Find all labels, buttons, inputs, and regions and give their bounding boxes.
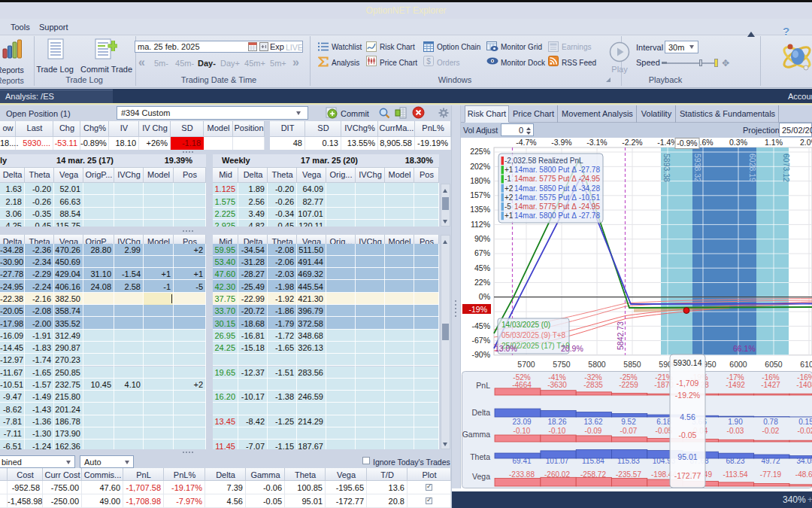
svg-text:-48.60: -48.60 <box>795 470 812 479</box>
svg-text:-1492: -1492 <box>726 381 745 389</box>
svg-text:5850: 5850 <box>623 360 641 369</box>
svg-text:67%: 67% <box>474 248 490 257</box>
svg-text:-113.54: -113.54 <box>723 470 748 479</box>
svg-text:-1427: -1427 <box>761 381 780 389</box>
svg-text:22%: 22% <box>474 278 490 287</box>
svg-text:34.05: 34.05 <box>796 457 812 465</box>
svg-text:2.0%: 2.0% <box>800 138 812 147</box>
svg-text:-0.9%: -0.9% <box>677 138 697 148</box>
svg-text:20.9%: 20.9% <box>561 344 583 353</box>
svg-text:-2.2%: -2.2% <box>622 138 642 147</box>
svg-text:-3630: -3630 <box>547 381 567 389</box>
svg-text:-235.57: -235.57 <box>616 470 641 479</box>
svg-text:5800: 5800 <box>588 360 606 369</box>
svg-text:-19.2%: -19.2% <box>675 391 700 400</box>
svg-text:-34.28: -34.28 <box>579 184 601 193</box>
svg-text:-3.1%: -3.1% <box>586 138 607 147</box>
svg-text:95.01: 95.01 <box>677 452 697 461</box>
svg-text:Delta: Delta <box>471 408 490 417</box>
svg-text:69.41: 69.41 <box>512 457 531 465</box>
svg-text:101.07: 101.07 <box>546 457 569 465</box>
svg-text:0%: 0% <box>479 292 490 301</box>
svg-text:-0.05: -0.05 <box>679 430 697 440</box>
svg-text:-3.9%: -3.9% <box>551 138 571 147</box>
svg-text:-0.10: -0.10 <box>514 427 531 435</box>
svg-text:5750: 5750 <box>553 360 571 369</box>
svg-text:0.78: 0.78 <box>763 418 778 426</box>
svg-text:45%: 45% <box>474 263 490 272</box>
svg-text:+2: +2 <box>504 193 514 202</box>
svg-text:-233.88: -233.88 <box>509 470 535 479</box>
svg-text:157%: 157% <box>470 190 490 199</box>
svg-text:-0.09: -0.09 <box>585 427 602 435</box>
svg-text:Theta: Theta <box>470 452 490 461</box>
svg-text:135%: 135% <box>470 205 490 214</box>
svg-text:-172.77: -172.77 <box>674 471 701 480</box>
svg-text:5930.14: 5930.14 <box>674 358 702 367</box>
svg-text:14/03/2025 (0): 14/03/2025 (0) <box>501 321 550 329</box>
svg-text:18.26: 18.26 <box>547 418 566 426</box>
svg-text:5893.38: 5893.38 <box>662 154 671 182</box>
svg-text:-0.10: -0.10 <box>549 427 566 435</box>
svg-text:-2259: -2259 <box>619 381 638 389</box>
svg-text:-0.07: -0.07 <box>620 427 638 435</box>
svg-text:14mar. 5850 Put Δ: 14mar. 5850 Put Δ <box>514 184 577 193</box>
svg-text:-90%: -90% <box>471 350 490 359</box>
svg-text:14mar. 5775 Put Δ: 14mar. 5775 Put Δ <box>514 175 577 183</box>
svg-text:+1: +1 <box>504 166 514 174</box>
svg-text:-4.7%: -4.7% <box>516 138 536 147</box>
svg-text:-0.03: -0.03 <box>727 427 744 435</box>
svg-text:0.15: 0.15 <box>798 418 812 426</box>
svg-text:-67%: -67% <box>471 336 490 345</box>
svg-text:14mar. 5575 Put Δ: 14mar. 5575 Put Δ <box>514 193 577 202</box>
svg-text:66.1%: 66.1% <box>733 344 756 353</box>
svg-text:-1,709: -1,709 <box>677 379 699 388</box>
svg-text:05/03/2025 (9) T+8: 05/03/2025 (9) T+8 <box>501 331 566 339</box>
svg-text:14mar. 5800 Put Δ: 14mar. 5800 Put Δ <box>514 166 577 174</box>
svg-text:13.0%: 13.0% <box>495 344 517 353</box>
svg-text:-1: -1 <box>504 175 511 183</box>
svg-text:4.56: 4.56 <box>680 412 695 421</box>
svg-text:9.52: 9.52 <box>621 418 636 426</box>
svg-text:-27.78: -27.78 <box>579 211 601 220</box>
svg-text:6028.19: 6028.19 <box>748 154 757 182</box>
svg-text:0.3%: 0.3% <box>729 138 747 147</box>
svg-text:68.23: 68.23 <box>726 457 744 465</box>
svg-text:-27.78: -27.78 <box>579 166 601 174</box>
svg-text:49.72: 49.72 <box>761 457 780 465</box>
svg-text:6050: 6050 <box>765 360 783 369</box>
svg-text:-24.95: -24.95 <box>579 175 601 183</box>
svg-text:5842.73: 5842.73 <box>616 321 625 350</box>
svg-text:Vega: Vega <box>472 472 490 481</box>
svg-text:-2835: -2835 <box>583 381 603 389</box>
svg-text:+1: +1 <box>504 211 514 220</box>
svg-text:PnL: PnL <box>476 381 490 390</box>
svg-text:1.1%: 1.1% <box>765 138 783 147</box>
svg-text:-45%: -45% <box>471 321 490 330</box>
svg-text:Gamma: Gamma <box>462 430 491 439</box>
svg-text:-10.51: -10.51 <box>579 193 601 202</box>
svg-text:6100: 6100 <box>800 360 812 369</box>
svg-text:115.84: 115.84 <box>582 457 604 465</box>
svg-text:-0.02: -0.02 <box>798 427 812 435</box>
svg-text:6.18: 6.18 <box>656 418 671 426</box>
svg-text:90%: 90% <box>474 234 490 243</box>
svg-text:112%: 112% <box>471 220 490 229</box>
svg-text:$: $ <box>426 57 431 65</box>
svg-text:6000: 6000 <box>729 360 747 369</box>
svg-text:115.83: 115.83 <box>617 457 640 465</box>
svg-text:180%: 180% <box>470 176 490 185</box>
svg-text:-0.02: -0.02 <box>762 427 780 435</box>
svg-text:-5: -5 <box>504 202 511 211</box>
svg-text:6073.12: 6073.12 <box>782 154 791 182</box>
svg-text:-24.95: -24.95 <box>579 202 601 211</box>
svg-text:-4664: -4664 <box>512 381 532 389</box>
svg-text:14mar. 5800 Put Δ: 14mar. 5800 Put Δ <box>514 211 577 220</box>
svg-text:14mar. 5775 Put Δ: 14mar. 5775 Put Δ <box>514 202 577 211</box>
svg-text:+2: +2 <box>504 184 514 193</box>
svg-text:5700: 5700 <box>517 360 535 369</box>
svg-text:-1408: -1408 <box>796 381 812 389</box>
svg-text:1.90: 1.90 <box>728 418 743 426</box>
svg-text:-19%: -19% <box>468 305 487 314</box>
svg-text:225%: 225% <box>470 147 490 156</box>
